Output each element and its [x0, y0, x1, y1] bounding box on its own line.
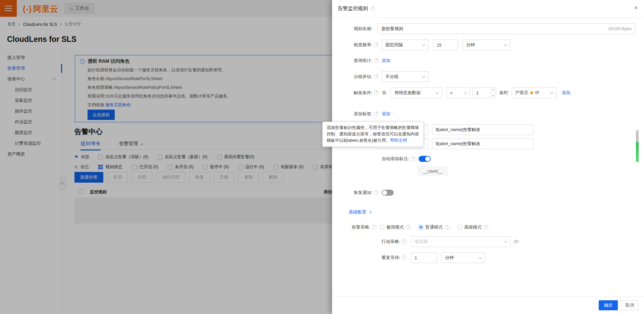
count-tag: __count__: [418, 166, 448, 176]
help-icon[interactable]: ?: [374, 190, 379, 195]
repeat-wait-unit-select[interactable]: 分钟: [441, 252, 485, 263]
query-stats-row: 查询统计: ? 添加: [332, 58, 390, 64]
help-icon[interactable]: ?: [411, 156, 416, 161]
add-label-tooltip: 添加告警标识性属性，可用于告警策略的告警降噪 控制、通知渠道分派等，标签值也可以…: [322, 122, 424, 147]
drawer-header: 告警监控规则 ? ×: [332, 0, 644, 18]
annotation-value-input-1[interactable]: [432, 124, 533, 135]
check-frequency-label: 检查频率:: [332, 42, 372, 48]
step-down-icon[interactable]: [491, 93, 496, 98]
help-icon[interactable]: ?: [374, 58, 379, 63]
refresh-icon[interactable]: ⟳: [514, 238, 519, 245]
drawer-scrollbar[interactable]: [636, 130, 639, 162]
help-icon[interactable]: ?: [445, 225, 449, 230]
chevron-down-icon: [422, 75, 426, 78]
recover-notify-label: 恢复通知:: [332, 190, 372, 196]
repeat-wait-input[interactable]: [411, 252, 437, 263]
advanced-config-row: 高级配置: [349, 209, 371, 215]
trigger-label: 触发条件:: [332, 90, 372, 96]
action-policy-row: 行动策略: ? 请选择 ⟳: [332, 236, 519, 247]
radio-normal-mode[interactable]: 普通模式?: [419, 224, 449, 230]
query-stats-label: 查询统计:: [332, 58, 372, 64]
severity-value: 中: [535, 90, 539, 96]
action-policy-select[interactable]: 请选择: [411, 236, 511, 247]
auto-annotation-label: 自动添加标注:: [382, 156, 409, 162]
chevron-down-icon: [422, 43, 426, 46]
group-eval-row: 分组评估: ? 不分组: [332, 71, 429, 82]
trigger-operator-select[interactable]: >: [446, 87, 470, 98]
interval-value-input[interactable]: [433, 40, 458, 50]
help-icon[interactable]: ?: [370, 6, 375, 11]
chevron-down-icon: [504, 240, 507, 243]
radio-selected-icon[interactable]: [419, 225, 423, 230]
repeat-wait-row: 重复等待: ? 分钟: [332, 252, 485, 263]
trigger-suffix: 条时: [499, 90, 508, 96]
add-trigger-link[interactable]: 添加: [562, 90, 571, 96]
group-eval-select[interactable]: 不分组: [382, 71, 429, 82]
trigger-condition-select[interactable]: 有特定条数据: [391, 87, 442, 98]
radio-icon[interactable]: [458, 225, 462, 230]
help-icon[interactable]: ?: [402, 255, 407, 260]
alert-policy-label: 告警策略:: [332, 224, 370, 230]
severity-prefix: 严重度: [515, 90, 528, 96]
advanced-config-link[interactable]: 高级配置: [349, 209, 366, 215]
drawer-footer: 确定 取消: [332, 296, 644, 314]
chevron-right-icon: [368, 210, 372, 214]
help-icon[interactable]: ?: [406, 225, 411, 230]
rule-name-row: 规则名称: 15/100 Bytes: [332, 23, 644, 34]
byte-counter: 15/100 Bytes: [608, 26, 632, 31]
trigger-count-input[interactable]: [473, 87, 496, 98]
add-label-label: 添加标签:: [332, 111, 372, 117]
interval-type-select[interactable]: 固定间隔: [382, 40, 429, 50]
recover-notify-row: 恢复通知: ?: [332, 190, 394, 196]
close-icon[interactable]: ×: [634, 4, 638, 11]
radio-advanced-mode[interactable]: 高级模式?: [458, 224, 488, 230]
step-up-icon[interactable]: [491, 88, 496, 93]
radio-simple-mode[interactable]: 极简模式?: [380, 224, 411, 230]
chevron-down-icon: [550, 91, 553, 94]
help-icon[interactable]: ?: [374, 43, 379, 47]
chevron-down-icon: [479, 256, 482, 259]
annotation-value-input-2[interactable]: [432, 138, 533, 149]
tooltip-line-3: 模板中以${labels.标签名}被引用。帮助文档: [327, 137, 419, 144]
help-icon[interactable]: ?: [402, 239, 407, 244]
help-icon[interactable]: ?: [374, 90, 379, 95]
trigger-when: 当:: [382, 90, 387, 96]
interval-unit-select[interactable]: 分钟: [463, 40, 510, 50]
number-stepper[interactable]: [490, 88, 496, 98]
add-label-row: 添加标签: ? 添加: [332, 111, 390, 117]
help-doc-link[interactable]: 帮助文档: [390, 138, 407, 143]
rule-name-label: 规则名称:: [332, 26, 372, 32]
action-policy-label: 行动策略:: [332, 239, 400, 245]
scrollbar-thumb-gray[interactable]: [636, 130, 639, 142]
group-eval-label: 分组评估:: [332, 74, 372, 80]
severity-select[interactable]: 严重度中: [512, 87, 557, 98]
check-frequency-row: 检查频率: ? 固定间隔 分钟: [332, 40, 510, 50]
add-label-link[interactable]: 添加: [382, 111, 390, 117]
alert-policy-row: 告警策略: ? 极简模式? 普通模式? 高级模式?: [332, 224, 496, 230]
help-icon[interactable]: ?: [374, 112, 379, 116]
auto-annotation-toggle[interactable]: [419, 156, 431, 162]
screen: (-)阿里云 ⌂ 工作台 首页 > CloudLens for SLS > 告警…: [0, 0, 644, 314]
drawer-title: 告警监控规则: [338, 5, 368, 12]
radio-icon[interactable]: [380, 225, 384, 230]
chevron-down-icon: [504, 43, 507, 46]
trigger-condition-row: 触发条件: ? 当: 有特定条数据 > 条时 严重度中 添加: [332, 87, 571, 98]
recover-notify-toggle[interactable]: [382, 190, 394, 196]
chevron-down-icon: [435, 91, 439, 94]
tooltip-line-1: 添加告警标识性属性，可用于告警策略的告警降噪: [327, 125, 419, 131]
help-icon[interactable]: ?: [374, 74, 379, 79]
scrollbar-thumb-green[interactable]: [636, 142, 639, 162]
severity-dot-icon: [530, 91, 533, 94]
help-icon[interactable]: ?: [484, 225, 488, 230]
auto-annotation-row: 自动添加标注: ?: [382, 156, 431, 162]
tooltip-line-2: 控制、通知渠道分派等，标签值也可以在通知内容: [327, 131, 419, 137]
rule-name-input[interactable]: 15/100 Bytes: [378, 23, 635, 34]
alert-rule-drawer: 告警监控规则 ? × 规则名称: 15/100 Bytes 检查频率: ? 固定…: [332, 0, 644, 314]
rule-name-value[interactable]: [381, 26, 605, 32]
add-query-link[interactable]: 添加: [382, 58, 390, 64]
confirm-button[interactable]: 确定: [599, 300, 618, 310]
cancel-button[interactable]: 取消: [621, 300, 638, 310]
chevron-down-icon: [464, 91, 467, 94]
help-icon[interactable]: ?: [372, 225, 377, 230]
repeat-wait-label: 重复等待:: [332, 255, 400, 261]
